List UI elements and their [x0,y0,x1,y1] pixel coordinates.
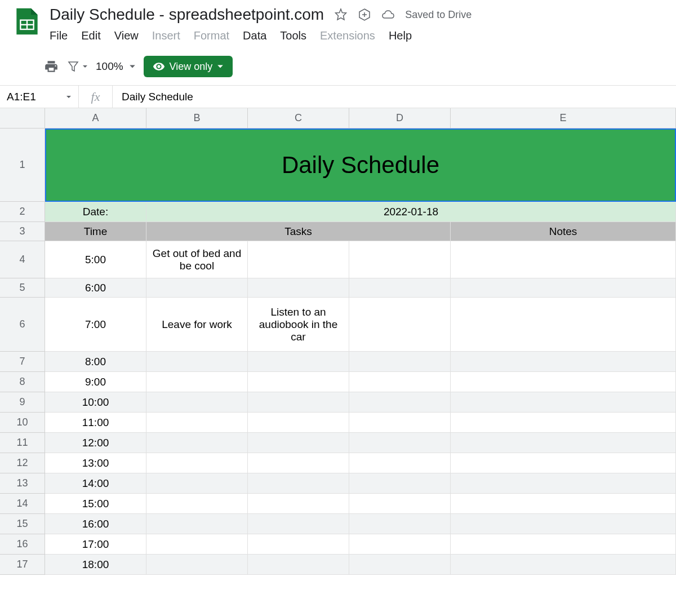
menu-edit[interactable]: Edit [81,29,100,42]
cell[interactable] [349,494,451,514]
cell[interactable] [349,534,451,555]
cell[interactable]: 12:00 [45,433,146,453]
cell[interactable] [248,514,349,534]
cell[interactable]: 13:00 [45,453,146,473]
cell[interactable] [248,473,349,494]
cell[interactable] [248,413,349,433]
row-header[interactable]: 9 [0,392,45,413]
cell[interactable]: 18:00 [45,555,146,575]
title-cell[interactable]: Daily Schedule [45,128,676,202]
menu-file[interactable]: File [50,29,68,42]
star-icon[interactable] [334,8,348,21]
cell[interactable] [451,534,676,555]
notes-header-cell[interactable]: Notes [451,222,676,241]
cell[interactable] [248,372,349,392]
column-header[interactable]: A [45,108,146,128]
cell[interactable] [451,555,676,575]
cell[interactable]: 10:00 [45,392,146,413]
cell[interactable] [349,241,451,278]
row-header[interactable]: 4 [0,241,45,278]
row-header[interactable]: 2 [0,202,45,222]
filter-icon[interactable] [66,60,88,73]
cell[interactable] [146,433,248,453]
tasks-header-cell[interactable]: Tasks [146,222,451,241]
cell[interactable] [146,278,248,298]
cell[interactable] [451,453,676,473]
cell[interactable] [349,372,451,392]
menu-help[interactable]: Help [389,29,412,42]
cell[interactable] [451,514,676,534]
cell[interactable] [451,278,676,298]
cell[interactable] [146,473,248,494]
cell[interactable]: Get out of bed and be cool [146,241,248,278]
menu-insert[interactable]: Insert [152,29,180,42]
cell[interactable] [349,298,451,352]
time-header-cell[interactable]: Time [45,222,146,241]
cell[interactable] [349,453,451,473]
row-header[interactable]: 3 [0,222,45,241]
cell[interactable] [349,433,451,453]
cell[interactable] [146,413,248,433]
cell[interactable] [349,514,451,534]
document-title[interactable]: Daily Schedule - spreadsheetpoint.com [50,6,324,24]
cell[interactable] [451,494,676,514]
cell[interactable]: 17:00 [45,534,146,555]
formula-input[interactable]: Daily Schedule [113,91,202,103]
cell[interactable] [146,555,248,575]
date-value-cell[interactable]: 2022-01-18 [146,202,676,222]
cell[interactable] [349,413,451,433]
select-all-corner[interactable] [0,108,45,128]
cell[interactable] [146,453,248,473]
menu-data[interactable]: Data [243,29,266,42]
cell[interactable] [451,352,676,372]
cell[interactable] [451,473,676,494]
column-header[interactable]: E [451,108,676,128]
zoom-selector[interactable]: 100% [96,60,136,73]
cell[interactable]: 16:00 [45,514,146,534]
cell[interactable]: 14:00 [45,473,146,494]
cell[interactable] [349,555,451,575]
column-header[interactable]: B [146,108,248,128]
menu-format[interactable]: Format [194,29,229,42]
row-header[interactable]: 14 [0,494,45,514]
row-header[interactable]: 13 [0,473,45,494]
row-header[interactable]: 6 [0,298,45,352]
cell[interactable] [146,372,248,392]
column-header[interactable]: D [349,108,451,128]
cell[interactable] [451,413,676,433]
view-only-button[interactable]: View only [144,56,233,77]
cell[interactable] [146,352,248,372]
cell[interactable] [248,534,349,555]
cell[interactable] [248,555,349,575]
date-label-cell[interactable]: Date: [45,202,146,222]
cell[interactable]: 11:00 [45,413,146,433]
row-header[interactable]: 10 [0,413,45,433]
cell[interactable] [451,392,676,413]
cell[interactable] [146,514,248,534]
row-header[interactable]: 8 [0,372,45,392]
cell[interactable] [349,352,451,372]
cell[interactable]: 5:00 [45,241,146,278]
cell-reference-input[interactable]: A1:E1 [0,86,79,108]
cell[interactable]: 6:00 [45,278,146,298]
cell[interactable]: 9:00 [45,372,146,392]
print-icon[interactable] [44,59,59,74]
cell[interactable] [146,392,248,413]
cell[interactable] [349,392,451,413]
menu-tools[interactable]: Tools [280,29,306,42]
row-header[interactable]: 1 [0,128,45,202]
cell[interactable] [349,473,451,494]
row-header[interactable]: 12 [0,453,45,473]
cell[interactable] [248,494,349,514]
cell[interactable] [248,278,349,298]
row-header[interactable]: 17 [0,555,45,575]
cloud-saved-icon[interactable] [381,8,395,21]
cell[interactable] [248,241,349,278]
move-icon[interactable] [358,8,371,21]
row-header[interactable]: 11 [0,433,45,453]
cell[interactable] [248,453,349,473]
cell[interactable] [146,494,248,514]
cell[interactable] [146,534,248,555]
cell[interactable] [248,352,349,372]
row-header[interactable]: 7 [0,352,45,372]
